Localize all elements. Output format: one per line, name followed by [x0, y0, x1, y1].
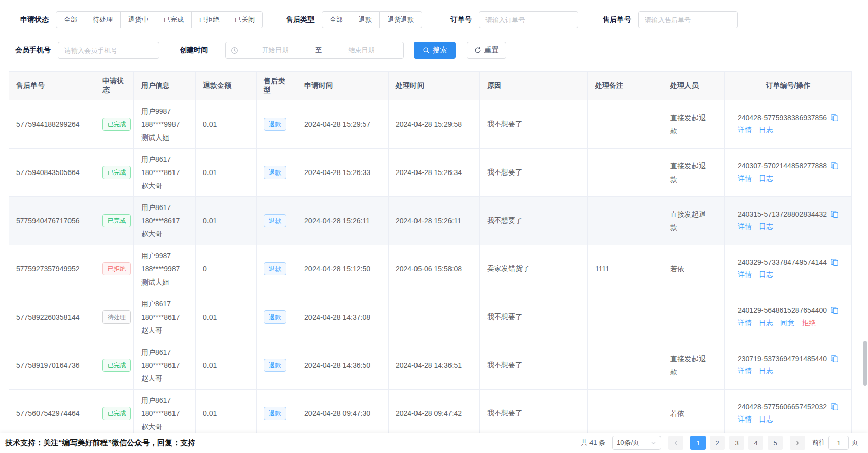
type-badge: 退款 — [264, 407, 286, 420]
type-badge: 退款 — [264, 166, 286, 179]
order-no-input[interactable] — [479, 11, 578, 28]
status-filter-option[interactable]: 已关闭 — [227, 11, 263, 28]
row-action[interactable]: 日志 — [759, 367, 773, 375]
copy-icon[interactable] — [830, 114, 839, 122]
reset-button-label: 重置 — [484, 46, 499, 55]
row-action[interactable]: 详情 — [738, 222, 752, 230]
cell-handler: 直接发起退款 — [663, 197, 725, 245]
type-filter-option[interactable]: 退款 — [351, 11, 380, 28]
copy-icon[interactable] — [830, 258, 839, 266]
cell-remark — [588, 197, 663, 245]
row-action[interactable]: 详情 — [738, 174, 752, 182]
row-action[interactable]: 日志 — [759, 270, 773, 278]
cell-reason: 我不想要了 — [480, 390, 588, 438]
page-button-1[interactable]: 1 — [690, 436, 706, 450]
cell-reason: 卖家发错货了 — [480, 245, 588, 293]
cell-service-no: 5775891970164736 — [9, 341, 95, 390]
search-button[interactable]: 搜索 — [414, 42, 456, 59]
reset-button[interactable]: 重置 — [467, 42, 506, 59]
copy-icon[interactable] — [830, 210, 839, 218]
goto-page-input[interactable] — [828, 436, 849, 450]
type-badge: 退款 — [264, 214, 286, 227]
row-action[interactable]: 详情 — [738, 415, 752, 423]
handler-text: 若依 — [670, 262, 684, 275]
cell-refund-amount: 0.01 — [196, 390, 257, 438]
after-sales-page: 申请状态 全部待处理退货中已完成已拒绝已关闭 售后类型 全部退款退货退款 订单号… — [0, 0, 868, 453]
column-header-3: 退款金额 — [196, 72, 257, 100]
row-action[interactable]: 详情 — [738, 126, 752, 134]
row-action[interactable]: 详情 — [738, 367, 752, 375]
cell-user-info: 用户8617180****8617赵大哥 — [134, 341, 196, 390]
copy-icon[interactable] — [830, 355, 839, 363]
cell-user-info: 用户8617180****8617赵大哥 — [134, 197, 196, 245]
cell-handler — [663, 293, 725, 341]
type-filter-option[interactable]: 退货退款 — [379, 11, 422, 28]
row-action[interactable]: 日志 — [759, 319, 773, 327]
cell-remark — [588, 390, 663, 438]
cell-apply-time: 2024-04-28 15:29:57 — [297, 100, 389, 149]
row-actions: 详情日志 — [738, 222, 839, 231]
cell-handle-time: 2024-04-28 09:47:42 — [389, 390, 480, 438]
service-no-input[interactable] — [638, 11, 738, 28]
cell-order-ops: 240315-5713728802834432 详情日志 — [725, 197, 852, 245]
cell-remark — [588, 293, 663, 341]
row-action[interactable]: 日志 — [759, 174, 773, 182]
page-button-4[interactable]: 4 — [748, 436, 763, 450]
cell-handle-time: 2024-04-28 14:36:51 — [389, 341, 480, 390]
status-filter-option[interactable]: 待处理 — [85, 11, 121, 28]
cell-apply-time: 2024-04-28 14:37:08 — [297, 293, 389, 341]
type-filter-option[interactable]: 全部 — [322, 11, 351, 28]
page-button-3[interactable]: 3 — [729, 436, 744, 450]
cell-reason: 我不想要了 — [480, 100, 588, 149]
cell-reason: 我不想要了 — [480, 197, 588, 245]
row-action[interactable]: 日志 — [759, 415, 773, 423]
handler-text: 直接发起退款 — [670, 159, 708, 186]
row-action[interactable]: 同意 — [780, 319, 794, 327]
page-button-2[interactable]: 2 — [710, 436, 725, 450]
row-action[interactable]: 拒绝 — [802, 319, 816, 327]
table-row: 5775940843505664 已完成 用户8617180****8617赵大… — [9, 149, 852, 197]
chevron-left-icon — [673, 440, 679, 446]
order-no: 240428-5775938386937856 — [738, 114, 827, 122]
copy-icon[interactable] — [830, 403, 839, 411]
order-no-label: 订单号 — [450, 15, 472, 24]
row-action[interactable]: 日志 — [759, 222, 773, 230]
vertical-scrollbar[interactable] — [863, 341, 867, 386]
cell-user-info: 用户9987188****9987测试大姐 — [134, 100, 196, 149]
type-badge: 退款 — [264, 359, 286, 372]
after-sales-table: 售后单号申请状态用户信息退款金额售后类型申请时间处理时间原因处理备注处理人员订单… — [9, 71, 859, 453]
cell-handler: 若依 — [663, 390, 725, 438]
status-filter-option[interactable]: 全部 — [56, 11, 85, 28]
table-row: 5775607542974464 已完成 用户8617180****8617赵大… — [9, 390, 852, 438]
column-header-5: 申请时间 — [297, 72, 389, 100]
cell-service-no: 5775927357949952 — [9, 245, 95, 293]
cell-remark — [588, 100, 663, 149]
copy-icon[interactable] — [830, 162, 839, 170]
cell-handler: 直接发起退款 — [663, 100, 725, 149]
status-filter-option[interactable]: 已拒绝 — [191, 11, 227, 28]
handler-text: 直接发起退款 — [670, 111, 708, 137]
next-page-button[interactable] — [790, 436, 805, 450]
date-range-picker[interactable]: 开始日期 至 结束日期 — [225, 42, 404, 59]
phone-label: 会员手机号 — [15, 46, 51, 55]
page-size-select[interactable]: 10条/页 — [612, 436, 661, 450]
row-action[interactable]: 详情 — [738, 270, 752, 278]
column-header-6: 处理时间 — [389, 72, 480, 100]
status-filter-group: 全部待处理退货中已完成已拒绝已关闭 — [56, 11, 263, 28]
page-button-5[interactable]: 5 — [768, 436, 783, 450]
cell-handler: 直接发起退款 — [663, 149, 725, 197]
row-action[interactable]: 日志 — [759, 126, 773, 134]
cell-order-ops: 240329-5733784749574144 详情日志 — [725, 245, 852, 293]
copy-icon[interactable] — [830, 306, 839, 315]
cell-apply-time: 2024-04-28 15:26:11 — [297, 197, 389, 245]
status-filter-option[interactable]: 已完成 — [156, 11, 192, 28]
row-action[interactable]: 详情 — [738, 319, 752, 327]
cell-refund-amount: 0.01 — [196, 293, 257, 341]
column-header-2: 用户信息 — [134, 72, 196, 100]
prev-page-button[interactable] — [668, 436, 683, 450]
type-badge: 退款 — [264, 262, 286, 275]
phone-input[interactable] — [58, 42, 159, 59]
status-filter-option[interactable]: 退货中 — [120, 11, 156, 28]
table-header-row: 售后单号申请状态用户信息退款金额售后类型申请时间处理时间原因处理备注处理人员订单… — [9, 72, 852, 100]
cell-service-no: 5775607542974464 — [9, 390, 95, 438]
